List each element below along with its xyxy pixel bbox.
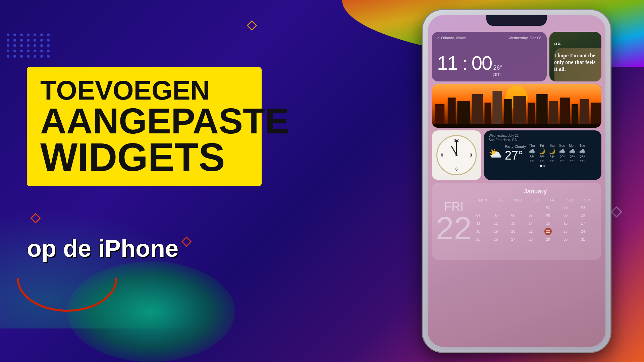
clock-location-text: Orlando, Miami xyxy=(441,36,466,40)
cal-cell: 01 xyxy=(544,203,552,211)
city-photo xyxy=(432,84,601,128)
cal-cell: 09 xyxy=(562,212,569,219)
cal-cell: 27 xyxy=(509,236,517,243)
cal-cell-today: 22 xyxy=(544,228,552,235)
calendar-month: January xyxy=(475,188,596,195)
cal-header-sat: SAT xyxy=(562,198,579,203)
clock-ampm: pm xyxy=(493,71,500,77)
cal-cell: 04 xyxy=(475,212,482,219)
clock-time-widget: ✓ Orlando, Miami Wednesday, Dec 08 11 : … xyxy=(432,32,547,81)
svg-rect-4 xyxy=(457,101,470,128)
clock-time-container: 11 : 00 26° pm xyxy=(437,53,541,77)
cal-cell: 29 xyxy=(544,236,552,243)
weather-icon: ⛅ xyxy=(489,147,502,160)
cal-cell: 03 xyxy=(579,203,587,211)
clock-temp: 26° xyxy=(493,64,502,71)
calendar-widget: FRI 22 January MON TUE WED THU FRI SAT S… xyxy=(432,183,601,260)
cal-cell xyxy=(509,203,517,211)
calendar-grid-container: January MON TUE WED THU FRI SAT SUN xyxy=(475,188,596,254)
weather-temp: 27° xyxy=(505,148,526,163)
cal-cell: 20 xyxy=(509,228,517,235)
cal-cell xyxy=(475,203,482,211)
cal-cell: 10 xyxy=(579,212,587,219)
quote-widget: ““ I hope I'm not the only one that feel… xyxy=(549,32,601,81)
clock-date: Wednesday, Dec 08 xyxy=(508,36,541,40)
clock-time-display: 11 : 00 xyxy=(437,53,492,73)
weather-location: San Francisco, CA xyxy=(489,138,597,142)
cal-header-wed: WED xyxy=(509,198,526,203)
cal-cell: 31 xyxy=(579,236,587,243)
svg-rect-15 xyxy=(580,99,589,128)
weather-current: ⛅ Party Cloudy 27° Thu ☁️ 33° 29° xyxy=(489,144,597,163)
cal-cell: 30 xyxy=(562,236,569,243)
clock-center xyxy=(455,154,458,156)
cal-cell: 13 xyxy=(509,220,517,227)
calendar-day-number: 22 xyxy=(436,214,472,243)
forecast-thu: Thu ☁️ 33° 29° xyxy=(529,144,535,163)
weather-page-dots xyxy=(489,165,597,167)
quote-content: ““ I hope I'm not the only one that feel… xyxy=(554,41,597,72)
svg-rect-11 xyxy=(536,94,547,128)
widget-row-3: 12 6 3 9 Wednesday, July 22 San Francisc xyxy=(432,130,601,180)
dots-grid xyxy=(7,34,51,58)
clock-header: ✓ Orlando, Miami Wednesday, Dec 08 xyxy=(437,36,541,40)
svg-rect-3 xyxy=(448,98,456,128)
weather-condition: Party Cloudy xyxy=(505,144,526,148)
title-line2: AANGEPASTE xyxy=(40,104,248,138)
clock-temp-ampm: 26° pm xyxy=(493,64,502,77)
cal-cell: 15 xyxy=(544,220,552,227)
forecast-mon: Mon ☁️ 25° 23° xyxy=(569,144,576,163)
cal-cell: 05 xyxy=(492,212,499,219)
city-skyline-svg xyxy=(432,84,601,128)
minute-hand xyxy=(456,140,457,155)
cal-cell: 08 xyxy=(544,212,552,219)
svg-rect-16 xyxy=(591,103,601,128)
cal-cell: 17 xyxy=(579,220,587,227)
cal-header-fri: FRI xyxy=(544,198,561,203)
weather-date: Wednesday, July 22 xyxy=(489,134,597,137)
weather-widget: Wednesday, July 22 San Francisco, CA ⛅ P… xyxy=(484,130,601,180)
svg-rect-14 xyxy=(572,104,578,128)
dot-inactive xyxy=(543,165,545,167)
svg-rect-7 xyxy=(492,91,502,128)
iphone-frame: ✓ Orlando, Miami Wednesday, Dec 08 11 : … xyxy=(423,10,610,352)
svg-rect-13 xyxy=(560,98,570,128)
cal-header-tue: TUE xyxy=(492,198,509,203)
svg-rect-2 xyxy=(435,104,445,128)
cal-header-thu: THU xyxy=(527,198,544,203)
quote-text: I hope I'm not the only one that feels i… xyxy=(554,52,597,72)
weather-forecast: Thu ☁️ 33° 29° Fri 🌙 35° 29° xyxy=(529,144,586,163)
cal-cell: 26 xyxy=(492,236,499,243)
dot-active xyxy=(540,165,542,167)
clock-3: 3 xyxy=(468,153,474,158)
cal-cell: 19 xyxy=(492,228,499,235)
forecast-tue: Tue ☁️ 23° 21° xyxy=(579,144,586,163)
svg-rect-12 xyxy=(549,101,558,128)
cal-header-sun: SUN xyxy=(579,198,596,203)
cal-cell xyxy=(492,203,499,211)
cal-cell: 07 xyxy=(527,212,534,219)
iphone-screen: ✓ Orlando, Miami Wednesday, Dec 08 11 : … xyxy=(428,15,605,347)
cal-header-mon: MON xyxy=(475,198,491,203)
weather-details: Party Cloudy 27° xyxy=(505,144,526,163)
clock-9: 9 xyxy=(439,153,445,158)
bg-blob xyxy=(67,261,235,362)
cal-cell: 02 xyxy=(562,203,569,211)
title-box: TOEVOEGEN AANGEPASTE WIDGETS xyxy=(27,67,262,186)
cal-cell: 12 xyxy=(492,220,499,227)
iphone-notch xyxy=(486,15,547,26)
widget-row-1: ✓ Orlando, Miami Wednesday, Dec 08 11 : … xyxy=(432,32,601,81)
calendar-grid: MON TUE WED THU FRI SAT SUN 01 02 xyxy=(475,198,596,243)
cal-cell: 24 xyxy=(579,228,587,235)
forecast-sat: Sat 🌙 31° 29° xyxy=(549,144,555,163)
cal-cell: 23 xyxy=(562,228,569,235)
quote-marks: ““ xyxy=(554,41,597,51)
clock-location: ✓ Orlando, Miami xyxy=(437,36,466,40)
svg-rect-6 xyxy=(485,103,491,128)
cal-cell xyxy=(527,203,534,211)
cal-cell: 11 xyxy=(475,220,482,227)
svg-rect-5 xyxy=(472,94,483,128)
subtitle: op de iPhone xyxy=(27,235,178,262)
title-line3: WIDGETS xyxy=(40,138,248,176)
cal-cell: 14 xyxy=(527,220,534,227)
